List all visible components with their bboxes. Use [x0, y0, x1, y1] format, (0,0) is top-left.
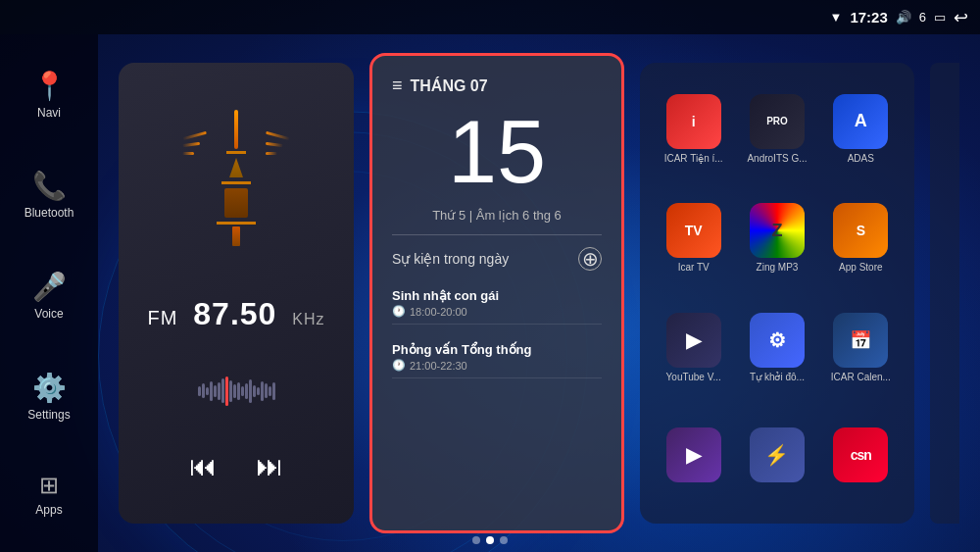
app-icon-store: S: [833, 203, 888, 258]
next-button[interactable]: ⏭: [256, 450, 283, 482]
app-adas[interactable]: A ADAS: [823, 78, 899, 180]
app-icon-icar-tv: TV: [666, 203, 721, 258]
event-2-time-value: 21:00-22:30: [410, 360, 467, 372]
event-2: Phỏng vấn Tổng thống 🕐 21:00-22:30: [392, 336, 602, 378]
equalizer: [138, 376, 334, 406]
event-1-time: 🕐 18:00-20:00: [392, 305, 602, 318]
sidebar-item-bluetooth[interactable]: 📞 Bluetooth: [10, 162, 88, 227]
sidebar-item-settings[interactable]: ⚙️ Settings: [10, 364, 88, 429]
app-label-tu-khoi: Tự khởi đô...: [750, 372, 805, 383]
sidebar-label-settings: Settings: [27, 408, 70, 422]
app-icon-tu-khoi: ⚙: [750, 313, 805, 368]
apps-grid-icon: ⊞: [39, 472, 59, 499]
event-1-time-value: 18:00-20:00: [410, 306, 467, 318]
app-icon-dashboard: ⚡: [750, 427, 805, 482]
app-icon-csn: csn: [833, 427, 888, 482]
wifi-icon: ▼: [830, 10, 843, 25]
sidebar-label-bluetooth: Bluetooth: [24, 206, 74, 220]
page-dot-3[interactable]: [500, 536, 508, 544]
app-icar-calen[interactable]: 📅 ICAR Calen...: [823, 297, 899, 399]
app-label-icar-tv: Icar TV: [678, 262, 710, 274]
app-icon-youtube: ▶: [666, 313, 721, 368]
gear-icon: ⚙️: [32, 372, 67, 404]
app-csn[interactable]: csn: [823, 407, 899, 509]
app-icon-icar-calen: 📅: [833, 313, 888, 368]
event-1: Sinh nhật con gái 🕐 18:00-20:00: [392, 282, 602, 325]
sidebar-label-voice: Voice: [34, 307, 63, 321]
tower-visual: [217, 110, 256, 246]
app-label-icar-tien: ICAR Tiện í...: [664, 153, 723, 165]
radio-card: FM 87.50 KHz ⏮: [119, 63, 354, 524]
app-video[interactable]: ▶: [656, 407, 731, 509]
app-youtube[interactable]: ▶ YouTube V...: [656, 297, 731, 399]
event-1-title: Sinh nhật con gái: [392, 288, 602, 303]
back-button[interactable]: ↩: [954, 7, 968, 28]
calendar-subtitle: Thứ 5 | Âm lịch 6 thg 6: [392, 208, 602, 223]
event-2-title: Phỏng vấn Tổng thống: [392, 342, 602, 357]
sidebar: 📍 Navi 📞 Bluetooth 🎤 Voice ⚙️ Settings ⊞…: [0, 34, 98, 552]
radio-prefix: FM: [148, 307, 178, 328]
battery-icon: ▭: [934, 10, 946, 25]
phone-icon: 📞: [32, 170, 67, 202]
mic-icon: 🎤: [32, 271, 67, 303]
prev-button[interactable]: ⏮: [189, 450, 217, 482]
main-content: FM 87.50 KHz ⏮: [98, 34, 980, 552]
app-zing-mp3[interactable]: Z Zing MP3: [739, 188, 814, 290]
radio-tower: [177, 105, 295, 252]
app-icon-androidts: PRO: [750, 94, 805, 149]
calendar-day: 15: [392, 108, 602, 196]
sidebar-label-navi: Navi: [37, 106, 61, 120]
radio-freq-value: 87.50: [193, 296, 276, 331]
app-icon-icar-tien: i: [666, 94, 721, 149]
page-dots: [472, 536, 508, 544]
app-dashboard[interactable]: ⚡: [739, 407, 814, 509]
partial-card-right: [930, 63, 959, 524]
add-event-button[interactable]: ⊕: [578, 247, 602, 271]
clock-icon-2: 🕐: [392, 359, 406, 372]
status-bar: ▼ 17:23 🔊 6 ▭ ↩: [0, 0, 980, 34]
app-store[interactable]: S App Store: [823, 188, 899, 290]
volume-icon: 🔊: [896, 10, 911, 25]
calendar-month: THÁNG 07: [411, 77, 488, 95]
app-label-store: App Store: [839, 262, 882, 274]
app-tu-khoi[interactable]: ⚙ Tự khởi đô...: [739, 297, 814, 399]
app-icar-tien[interactable]: i ICAR Tiện í...: [656, 78, 731, 180]
page-dot-1[interactable]: [472, 536, 480, 544]
menu-icon: ≡: [392, 75, 403, 96]
app-label-zing: Zing MP3: [757, 262, 799, 274]
app-label-androidts: AndroITS G...: [747, 153, 807, 165]
app-icon-zing: Z: [750, 203, 805, 258]
app-icon-video: ▶: [666, 427, 721, 482]
status-time: 17:23: [850, 9, 887, 25]
divider: [392, 234, 602, 235]
app-label-icar-calen: ICAR Calen...: [831, 372, 891, 383]
app-label-adas: ADAS: [848, 153, 874, 165]
radio-frequency: FM 87.50 KHz: [148, 296, 325, 332]
radio-unit: KHz: [292, 311, 324, 327]
events-label: Sự kiện trong ngày: [392, 251, 509, 267]
status-icons: ▼ 17:23 🔊 6 ▭ ↩: [830, 7, 968, 28]
event-2-time: 🕐 21:00-22:30: [392, 359, 602, 372]
volume-level: 6: [919, 10, 926, 25]
sidebar-item-voice[interactable]: 🎤 Voice: [10, 263, 88, 328]
events-header: Sự kiện trong ngày ⊕: [392, 247, 602, 271]
app-label-youtube: YouTube V...: [666, 372, 721, 383]
app-androidts[interactable]: PRO AndroITS G...: [739, 78, 814, 180]
sidebar-label-apps: Apps: [35, 503, 62, 517]
apps-grid-card: i ICAR Tiện í... PRO AndroITS G... A ADA…: [640, 63, 914, 524]
radio-controls: ⏮ ⏭: [189, 450, 283, 482]
sidebar-item-navi[interactable]: 📍 Navi: [10, 62, 88, 127]
sidebar-item-apps[interactable]: ⊞ Apps: [10, 464, 88, 525]
map-icon: 📍: [32, 70, 67, 102]
app-icar-tv[interactable]: TV Icar TV: [656, 188, 731, 290]
page-dot-2[interactable]: [486, 536, 494, 544]
calendar-header: ≡ THÁNG 07: [392, 75, 602, 96]
calendar-card[interactable]: ≡ THÁNG 07 15 Thứ 5 | Âm lịch 6 thg 6 Sự…: [369, 53, 624, 533]
clock-icon-1: 🕐: [392, 305, 406, 318]
app-icon-adas: A: [833, 94, 888, 149]
